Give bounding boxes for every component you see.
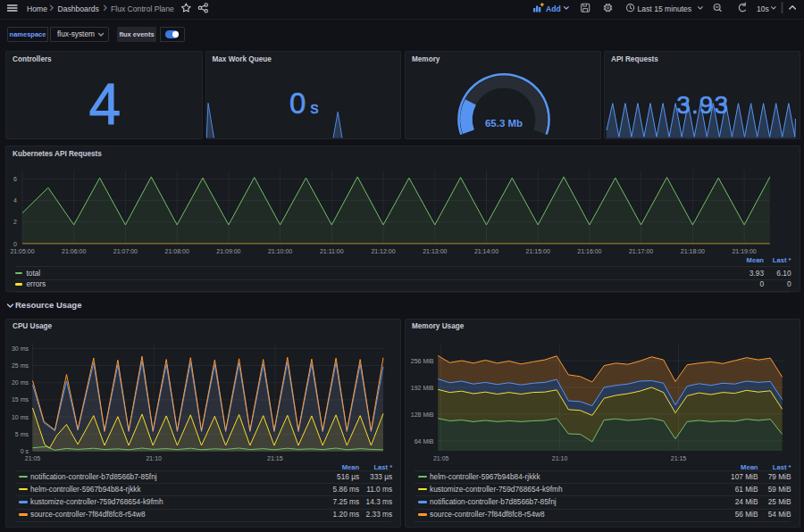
svg-text:10 ms: 10 ms [12,413,29,420]
svg-text:21:05: 21:05 [433,455,449,461]
svg-text:21:10: 21:10 [552,455,568,461]
svg-text:64 MiB: 64 MiB [415,437,434,444]
svg-text:30 ms: 30 ms [12,345,29,351]
svg-text:256 MiB: 256 MiB [411,357,434,363]
svg-text:21:15: 21:15 [267,455,283,461]
svg-text:21:11:00: 21:11:00 [320,248,344,254]
svg-text:21:10: 21:10 [146,455,162,461]
svg-text:21:18:00: 21:18:00 [681,248,705,254]
svg-text:65.3 Mb: 65.3 Mb [485,118,523,129]
svg-text:21:16:00: 21:16:00 [577,248,601,254]
svg-text:0 s: 0 s [21,448,29,454]
svg-text:21:15:00: 21:15:00 [526,248,550,254]
svg-text:192 MiB: 192 MiB [411,384,434,390]
svg-text:21:12:00: 21:12:00 [371,248,395,254]
svg-text:21:17:00: 21:17:00 [629,248,653,254]
svg-text:21:06:00: 21:06:00 [62,248,86,254]
svg-text:25 ms: 25 ms [12,362,29,369]
svg-text:21:15: 21:15 [671,455,687,461]
svg-text:2: 2 [13,219,17,225]
svg-text:21:05:00: 21:05:00 [10,248,34,254]
svg-text:4: 4 [13,197,17,204]
svg-text:5 ms: 5 ms [15,430,29,436]
svg-text:20 ms: 20 ms [12,379,29,386]
svg-text:0: 0 [13,241,17,247]
svg-text:15 ms: 15 ms [12,396,29,403]
svg-text:21:19:00: 21:19:00 [732,248,756,254]
svg-text:6: 6 [13,176,17,182]
svg-text:21:13:00: 21:13:00 [423,248,447,254]
svg-text:21:08:00: 21:08:00 [165,248,189,254]
svg-text:128 MiB: 128 MiB [411,411,434,417]
svg-text:21:07:00: 21:07:00 [113,248,138,254]
svg-text:21:10:00: 21:10:00 [268,248,292,254]
svg-text:21:05: 21:05 [25,455,41,461]
svg-text:21:09:00: 21:09:00 [216,248,240,254]
svg-text:21:14:00: 21:14:00 [474,248,498,254]
